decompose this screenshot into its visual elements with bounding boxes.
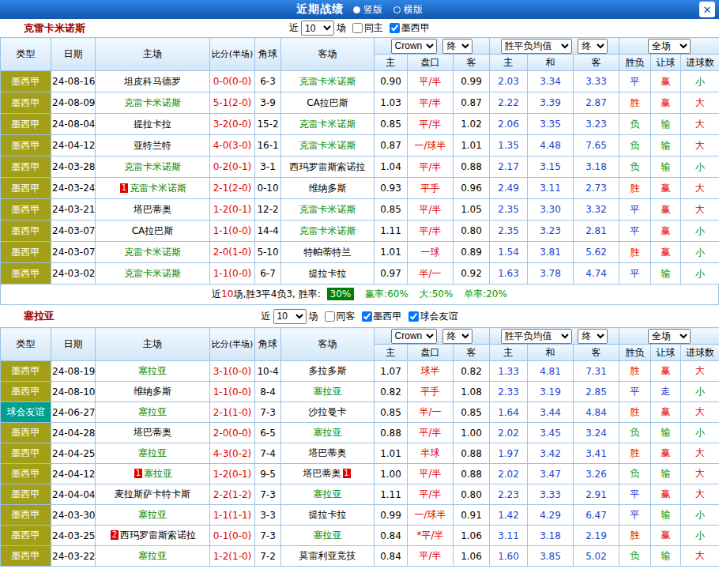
asian-stage-select[interactable]: 终 <box>442 329 472 344</box>
score-cell[interactable]: 1-2(1-0) <box>210 546 255 567</box>
euro-away-odds-cell: 2.81 <box>574 220 619 242</box>
score-cell[interactable]: 2-0(0-0) <box>210 423 255 443</box>
match-date-cell: 24-03-30 <box>51 505 96 526</box>
team-section-header-2: 塞拉亚 近 10 场 同客 墨西甲 球会友谊 <box>0 305 719 327</box>
score-cell[interactable]: 1-1(1-1) <box>210 505 255 526</box>
score-cell[interactable]: 2-2(1-2) <box>210 484 255 505</box>
league-type-cell: 墨西甲 <box>1 484 51 505</box>
handicap-cell: 一/球半 <box>408 135 454 156</box>
result-wdl-cell: 负 <box>619 135 651 156</box>
handicap-cell: 球半 <box>408 361 454 382</box>
score-cell[interactable]: 1-2(0-1) <box>210 199 255 220</box>
home-team-cell: 维纳多斯 <box>96 382 210 402</box>
same-home-checkbox[interactable] <box>352 23 363 33</box>
euro-mode-select[interactable]: 胜平负均值 <box>501 329 572 344</box>
score-cell[interactable]: 0-0(0-0) <box>210 71 255 92</box>
radio-landscape[interactable]: 横版 <box>393 3 423 17</box>
home-team-cell: 塞拉亚 <box>96 402 210 423</box>
handicap-rate: 赢率:60% <box>365 288 408 300</box>
match-count-select[interactable]: 10 <box>273 309 307 324</box>
euro-draw-odds-cell: 3.45 <box>528 423 574 443</box>
euro-stage-select[interactable]: 终 <box>578 39 608 54</box>
match-row: 球会友谊24-06-27塞拉亚2-1(1-0)7-3沙拉曼卡0.85半/一0.8… <box>1 402 719 423</box>
home-rank-badge: 1 <box>120 183 128 193</box>
result-goals-cell: 小 <box>681 71 719 92</box>
result-goals-cell: 大 <box>681 402 719 423</box>
result-wdl-cell: 胜 <box>619 526 651 546</box>
euro-draw-odds-cell: 3.33 <box>528 484 574 505</box>
league-type-cell: 球会友谊 <box>1 402 51 423</box>
result-handicap-cell: 赢 <box>651 402 681 423</box>
score-cell[interactable]: 0-1(0-0) <box>210 526 255 546</box>
radio-portrait[interactable]: 竖版 <box>353 3 382 17</box>
euro-away-odds-cell: 2.91 <box>574 484 619 505</box>
home-team-cell: 提拉卡拉 <box>96 114 210 135</box>
bookmaker-select[interactable]: Crown <box>391 39 437 54</box>
home-team-cell: 克雷卡米诺斯 <box>96 263 210 285</box>
result-handicap-cell: 输 <box>651 464 681 484</box>
score-cell[interactable]: 4-3(0-2) <box>210 443 255 464</box>
asian-home-odds-cell: 0.84 <box>375 546 408 567</box>
score-cell[interactable]: 2-1(1-0) <box>210 402 255 423</box>
euro-mode-select[interactable]: 胜平负均值 <box>501 39 572 54</box>
sub-header-euro-home: 主 <box>490 55 528 71</box>
sub-header-handicap: 盘口 <box>408 345 454 361</box>
match-row: 墨西甲24-08-16坦皮科马德罗0-0(0-0)6-3克雷卡米诺斯0.90平/… <box>1 71 719 92</box>
match-date-cell: 24-03-07 <box>51 220 96 242</box>
score-cell[interactable]: 1-2(0-1) <box>210 464 255 484</box>
score-cell[interactable]: 1-1(0-0) <box>210 382 255 402</box>
match-date-cell: 24-04-25 <box>51 443 96 464</box>
score-cell[interactable]: 2-0(1-0) <box>210 242 255 263</box>
euro-draw-odds-cell: 3.78 <box>528 263 574 285</box>
scope-select[interactable]: 全场 <box>648 329 691 344</box>
match-count-select[interactable]: 10 <box>301 21 334 36</box>
recent-matches-table-1: 类型 日期 主场 比分(半场) 角球 客场 Crown 终 胜平负均值 终 全场 <box>0 37 719 285</box>
score-cell[interactable]: 1-1(0-0) <box>210 263 255 285</box>
sub-header-wdl: 胜负 <box>619 55 651 71</box>
close-button[interactable]: ✕ <box>699 2 715 17</box>
match-row: 墨西甲24-03-22塞拉亚1-2(1-0)7-2莫雷利亚竞技0.84平/半1.… <box>1 546 719 567</box>
match-date-cell: 24-08-04 <box>51 114 96 135</box>
corner-cell: 12-2 <box>255 199 281 220</box>
scope-select[interactable]: 全场 <box>648 39 691 54</box>
asian-stage-select[interactable]: 终 <box>442 39 472 54</box>
over-rate: 大:50% <box>420 288 454 300</box>
matches-tbody-1: 墨西甲24-08-16坦皮科马德罗0-0(0-0)6-3克雷卡米诺斯0.90平/… <box>1 71 719 285</box>
euro-stage-select[interactable]: 终 <box>578 329 608 344</box>
score-cell[interactable]: 3-1(0-0) <box>210 361 255 382</box>
result-wdl-cell: 胜 <box>619 361 651 382</box>
asian-home-odds-cell: 0.99 <box>375 505 408 526</box>
result-wdl-cell: 胜 <box>619 402 651 423</box>
asian-away-odds-cell: 0.82 <box>454 361 490 382</box>
friendly-checkbox[interactable] <box>408 311 419 322</box>
home-team-cell: 塞拉亚 <box>96 443 210 464</box>
league-type-cell: 墨西甲 <box>1 242 51 263</box>
result-handicap-cell: 赢 <box>651 220 681 242</box>
score-cell[interactable]: 3-2(0-0) <box>210 114 255 135</box>
sub-header-wdl: 胜负 <box>619 345 651 361</box>
result-goals-cell: 小 <box>681 242 719 263</box>
col-header-home: 主场 <box>96 328 210 361</box>
col-header-home: 主场 <box>96 38 210 71</box>
euro-home-odds-cell: 2.02 <box>490 423 528 443</box>
bookmaker-select[interactable]: Crown <box>391 329 437 344</box>
result-handicap-cell: 赢 <box>651 361 681 382</box>
asian-away-odds-cell: 0.92 <box>454 263 490 285</box>
match-date-cell: 24-04-04 <box>51 484 96 505</box>
league-checkbox[interactable] <box>362 311 372 322</box>
league-type-cell: 墨西甲 <box>1 546 51 567</box>
score-cell[interactable]: 5-1(2-0) <box>210 92 255 114</box>
match-row: 墨西甲24-04-121塞拉亚1-2(0-1)9-5塔巴蒂奥11.00平/半0.… <box>1 464 719 484</box>
same-away-checkbox[interactable] <box>325 311 335 322</box>
euro-draw-odds-cell: 3.35 <box>528 114 574 135</box>
score-cell[interactable]: 1-1(0-0) <box>210 220 255 242</box>
league-checkbox[interactable] <box>390 23 400 33</box>
score-cell[interactable]: 4-0(3-0) <box>210 135 255 156</box>
match-row: 墨西甲24-04-25塞拉亚4-3(0-2)7-4塔巴蒂奥1.01半球0.881… <box>1 443 719 464</box>
result-goals-cell: 小 <box>681 220 719 242</box>
result-wdl-cell: 平 <box>619 263 651 285</box>
home-team-cell: 亚特兰特 <box>96 135 210 156</box>
score-cell[interactable]: 0-2(0-1) <box>210 156 255 178</box>
result-handicap-cell: 输 <box>651 263 681 285</box>
score-cell[interactable]: 2-1(2-0) <box>210 178 255 199</box>
